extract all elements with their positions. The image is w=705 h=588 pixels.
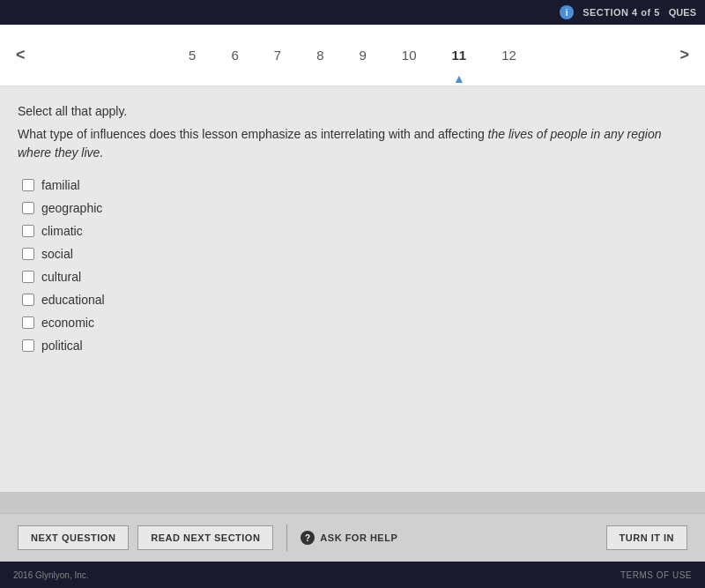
option-familial[interactable]: familial bbox=[22, 178, 687, 192]
option-economic[interactable]: economic bbox=[22, 316, 687, 330]
bottom-bar: NEXT QUESTION READ NEXT SECTION ? ASK FO… bbox=[0, 513, 705, 562]
nav-number-7[interactable]: 7 bbox=[269, 44, 286, 66]
nav-number-6[interactable]: 6 bbox=[226, 44, 243, 66]
option-label-geographic: geographic bbox=[41, 201, 102, 215]
checkbox-familial[interactable] bbox=[22, 179, 34, 191]
nav-left-arrow[interactable]: < bbox=[9, 41, 33, 69]
navigation-bar: < 56789101112 > bbox=[0, 25, 705, 86]
checkbox-geographic[interactable] bbox=[22, 202, 34, 214]
ques-label: QUES bbox=[669, 7, 696, 18]
nav-number-8[interactable]: 8 bbox=[311, 44, 329, 66]
nav-number-11[interactable]: 11 bbox=[447, 44, 472, 66]
option-label-educational: educational bbox=[41, 293, 105, 307]
checkbox-cultural[interactable] bbox=[22, 271, 34, 283]
option-social[interactable]: social bbox=[22, 247, 687, 261]
ask-for-help-label: ASK FOR HELP bbox=[320, 532, 397, 543]
option-cultural[interactable]: cultural bbox=[22, 270, 687, 284]
checkbox-social[interactable] bbox=[22, 248, 34, 260]
checkbox-economic[interactable] bbox=[22, 316, 34, 329]
footer-copyright: 2016 Glynlyon, Inc. bbox=[13, 570, 89, 580]
option-climatic[interactable]: climatic bbox=[22, 224, 687, 238]
option-geographic[interactable]: geographic bbox=[22, 201, 687, 215]
nav-number-5[interactable]: 5 bbox=[183, 44, 201, 66]
nav-number-10[interactable]: 10 bbox=[397, 44, 422, 66]
option-educational[interactable]: educational bbox=[22, 293, 687, 307]
nav-number-12[interactable]: 12 bbox=[496, 44, 522, 66]
option-label-familial: familial bbox=[41, 178, 80, 192]
select-all-label: Select all that apply. bbox=[18, 104, 687, 118]
ask-for-help-button[interactable]: ? ASK FOR HELP bbox=[301, 531, 397, 545]
read-next-section-button[interactable]: READ NEXT SECTION bbox=[137, 525, 273, 550]
option-label-political: political bbox=[41, 339, 83, 353]
help-icon: ? bbox=[301, 531, 315, 545]
option-label-economic: economic bbox=[41, 316, 94, 330]
turn-it-in-button[interactable]: TURN IT IN bbox=[606, 525, 687, 550]
nav-right-arrow[interactable]: > bbox=[672, 41, 696, 69]
checkbox-climatic[interactable] bbox=[22, 225, 34, 237]
section-label: SECTION 4 of 5 bbox=[583, 7, 660, 18]
question-text: What type of influences does this lesson… bbox=[18, 125, 687, 162]
next-question-button[interactable]: NEXT QUESTION bbox=[18, 525, 129, 550]
options-list: familialgeographicclimaticsocialcultural… bbox=[22, 178, 687, 353]
main-content: Select all that apply. What type of infl… bbox=[0, 86, 705, 492]
option-political[interactable]: political bbox=[22, 339, 687, 353]
option-label-social: social bbox=[41, 247, 73, 261]
nav-number-9[interactable]: 9 bbox=[353, 44, 371, 66]
checkbox-educational[interactable] bbox=[22, 294, 34, 306]
checkbox-political[interactable] bbox=[22, 339, 34, 352]
info-icon[interactable]: i bbox=[560, 5, 574, 19]
divider bbox=[286, 525, 287, 551]
nav-numbers: 56789101112 bbox=[33, 44, 673, 66]
terms-of-use-link[interactable]: TERMS OF USE bbox=[620, 570, 692, 580]
option-label-climatic: climatic bbox=[41, 224, 83, 238]
option-label-cultural: cultural bbox=[41, 270, 81, 284]
top-bar: i SECTION 4 of 5 QUES bbox=[0, 0, 705, 25]
footer: 2016 Glynlyon, Inc. TERMS OF USE bbox=[0, 562, 705, 588]
